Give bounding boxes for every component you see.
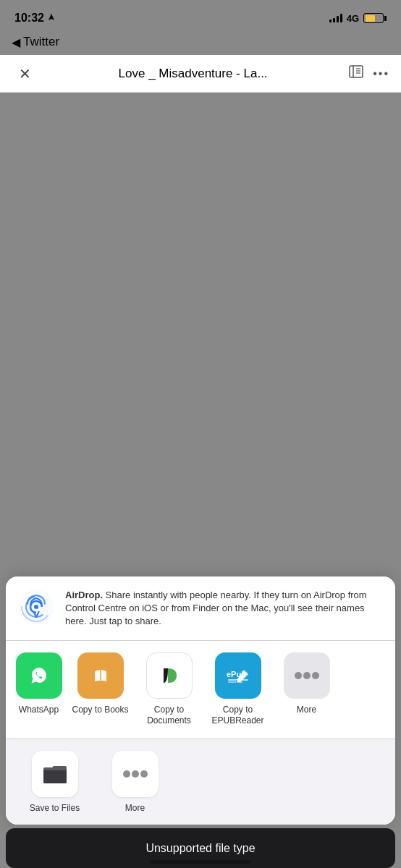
signal-bar-4 [340,14,342,22]
more-options-icon[interactable]: ••• [373,67,389,80]
reader-icon[interactable] [348,65,364,82]
documents-icon [146,652,193,699]
svg-point-21 [123,770,130,778]
toast-text: Unsupported file type [145,842,255,855]
network-label: 4G [347,13,359,24]
airdrop-icon [17,588,55,629]
app-epub[interactable]: ePub Copy to EPUBReader [203,652,272,727]
home-indicator [150,860,251,864]
epub-icon: ePub [215,652,261,699]
svg-point-9 [34,605,38,609]
battery-fill [366,15,376,22]
save-files-label: Save to Files [30,803,80,813]
airdrop-section: AirDrop. Share instantly with people nea… [6,576,395,640]
svg-point-23 [140,770,148,778]
status-time: 10:32 [14,12,44,25]
back-chevron-icon: ◀ [12,35,20,49]
back-nav: ◀ Twitter [0,32,401,55]
status-right: 4G [329,13,387,24]
save-files-icon [32,751,78,797]
airdrop-title: AirDrop. [65,590,103,600]
battery-tip [384,16,387,21]
app-books[interactable]: Copy to Books [66,652,135,716]
action-save-files[interactable]: Save to Files [20,751,89,813]
svg-point-18 [295,672,302,679]
more-apps-icon [284,652,330,699]
document-title: Love _ Misadventure - La... [38,67,348,81]
signal-bars [329,14,342,22]
svg-point-22 [132,770,139,778]
apps-row: WhatsApp Copy to Books [6,641,395,739]
app-documents[interactable]: Copy to Documents [135,652,203,727]
whatsapp-label: WhatsApp [19,705,59,716]
action-more[interactable]: More [101,751,169,813]
content-area [0,93,401,447]
svg-point-19 [303,672,311,679]
app-whatsapp[interactable]: WhatsApp [12,652,66,716]
status-bar: 10:32 4G [0,0,401,32]
more-actions-label: More [125,803,145,813]
svg-point-20 [312,672,319,679]
battery-body [363,13,384,23]
more-actions-icon [112,751,159,797]
signal-bar-3 [337,16,339,22]
svg-rect-0 [350,66,363,77]
signal-bar-2 [333,18,335,22]
share-sheet: AirDrop. Share instantly with people nea… [6,576,395,825]
back-button[interactable]: ◀ Twitter [12,35,389,49]
books-icon [77,652,124,699]
close-button[interactable]: ✕ [12,65,38,82]
airdrop-body: Share instantly with people nearby. If t… [65,590,367,626]
app-more[interactable]: More [272,652,341,716]
top-bar: ✕ Love _ Misadventure - La... ••• [0,55,401,93]
epub-label: Copy to EPUBReader [203,705,272,727]
location-icon [47,13,56,24]
status-left: 10:32 [14,12,56,25]
back-label: Twitter [23,35,59,49]
books-label: Copy to Books [72,705,128,716]
actions-row: Save to Files More [6,739,395,825]
battery [363,13,387,23]
signal-bar-1 [329,20,332,22]
top-bar-icons: ••• [348,65,389,82]
whatsapp-icon [16,652,62,699]
airdrop-description: AirDrop. Share instantly with people nea… [65,589,384,629]
more-apps-label: More [297,705,316,716]
documents-label: Copy to Documents [135,705,203,727]
